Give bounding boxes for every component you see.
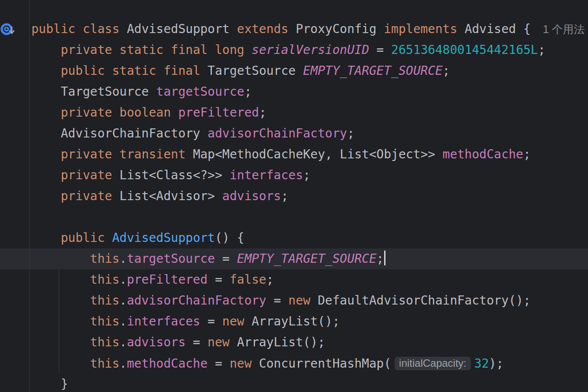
token-text: ProxyConfig — [288, 22, 384, 36]
token-field: interfaces — [127, 314, 200, 328]
token-text — [208, 43, 215, 57]
token-text: ; — [538, 43, 545, 57]
code-line[interactable]: TargetSource targetSource; — [31, 81, 585, 102]
code-line[interactable]: } — [31, 374, 585, 392]
token-text: ; — [523, 147, 531, 161]
code-line[interactable]: private transient Map<MethodCacheKey, Li… — [31, 144, 585, 165]
token-keyword: public — [61, 64, 105, 78]
token-field: targetSource — [156, 84, 244, 99]
code-line[interactable] — [31, 207, 585, 228]
token-keyword: transient — [119, 147, 186, 161]
token-text — [31, 314, 90, 328]
token-text: . — [119, 335, 127, 349]
token-text: AdvisedSupport — [119, 22, 237, 36]
token-text: = — [215, 251, 237, 266]
code-line[interactable]: this.preFiltered = false; — [31, 269, 585, 290]
token-keyword: extends — [237, 22, 288, 36]
editor-gutter[interactable] — [0, 0, 30, 392]
token-keyword: false — [230, 272, 266, 287]
token-text: ; — [266, 272, 274, 287]
token-keyword: this — [90, 356, 119, 371]
token-text: DefaultAdvisorChainFactory(); — [311, 293, 531, 308]
token-text: . — [119, 272, 127, 287]
interface-implemented-icon[interactable] — [0, 22, 16, 38]
token-keyword: static — [119, 43, 163, 57]
token-text: ; — [244, 84, 252, 99]
code-line[interactable]: this.advisors = new ArrayList(); — [31, 332, 585, 353]
token-keyword: public — [61, 231, 105, 245]
token-text: ; — [303, 168, 311, 182]
token-keyword: private — [61, 168, 112, 182]
parameter-hint-inlay[interactable]: initialCapacity: — [395, 357, 471, 370]
token-text — [112, 147, 119, 161]
token-text — [31, 168, 61, 182]
token-method-name: AdvisedSupport — [112, 231, 215, 245]
token-text: TargetSource — [200, 64, 303, 78]
token-text: ConcurrentHashMap( — [252, 356, 391, 371]
token-keyword: new — [230, 356, 252, 371]
token-text: } — [31, 377, 68, 391]
token-field: targetSource — [127, 251, 215, 266]
token-text — [171, 105, 178, 120]
token-text: TargetSource — [31, 84, 156, 99]
token-keyword: private — [61, 147, 112, 161]
token-text — [163, 43, 171, 57]
token-keyword: long — [215, 43, 244, 57]
token-field: advisorChainFactory — [208, 126, 347, 141]
token-keyword: this — [90, 314, 119, 328]
token-text: ; — [281, 189, 288, 203]
code-line[interactable]: private boolean preFiltered; — [31, 102, 585, 123]
code-line[interactable]: private List<Advisor> advisors; — [31, 186, 585, 207]
token-text: . — [119, 251, 127, 266]
code-line[interactable]: public class AdvisedSupport extends Prox… — [31, 19, 585, 40]
ide-editor-window: public class AdvisedSupport extends Prox… — [0, 0, 588, 392]
token-text: . — [119, 314, 127, 328]
code-line[interactable]: public static final TargetSource EMPTY_T… — [31, 60, 585, 81]
token-text: Map<MethodCacheKey, List<Object>> — [186, 147, 443, 161]
code-line[interactable]: this.targetSource = EMPTY_TARGET_SOURCE; — [31, 248, 585, 269]
code-line[interactable]: AdvisorChainFactory advisorChainFactory; — [31, 123, 585, 144]
code-line[interactable]: private static final long serialVersionU… — [31, 40, 585, 60]
token-field: preFiltered — [127, 272, 207, 287]
token-keyword: new — [208, 335, 230, 349]
usage-count-hint[interactable]: 1 个用法 — [543, 23, 585, 35]
token-text: ; — [259, 105, 267, 120]
token-text: ; — [376, 251, 384, 266]
code-line[interactable]: private List<Class<?>> interfaces; — [31, 165, 585, 186]
token-keyword: class — [83, 22, 119, 36]
code-line[interactable]: this.advisorChainFactory = new DefaultAd… — [31, 290, 585, 311]
token-text: . — [119, 293, 127, 308]
token-text — [112, 105, 119, 120]
token-text — [31, 293, 90, 308]
token-text — [31, 231, 61, 245]
token-text — [31, 272, 90, 287]
token-text: = — [266, 293, 288, 308]
token-keyword: this — [90, 335, 119, 349]
token-text: = — [186, 335, 208, 349]
code-line[interactable]: this.interfaces = new ArrayList(); — [31, 311, 585, 332]
code-line[interactable]: this.methodCache = new ConcurrentHashMap… — [31, 353, 585, 374]
token-number: 2651364800145442165L — [391, 43, 538, 57]
token-static-field: EMPTY_TARGET_SOURCE — [303, 64, 443, 78]
token-text — [31, 147, 61, 161]
token-keyword: this — [90, 293, 119, 308]
code-editor[interactable]: public class AdvisedSupport extends Prox… — [31, 19, 585, 392]
token-number: 32 — [474, 356, 489, 371]
code-line[interactable]: public AdvisedSupport() { — [31, 228, 585, 248]
token-keyword: private — [61, 189, 112, 203]
token-field: methodCache — [127, 356, 207, 371]
token-text: . — [119, 356, 127, 371]
token-text: ArrayList(); — [244, 314, 340, 328]
token-text: = — [369, 43, 392, 57]
token-field: advisors — [127, 335, 186, 349]
token-keyword: public — [31, 22, 75, 36]
token-static-field: serialVersionUID — [252, 43, 369, 57]
token-text — [105, 64, 112, 78]
token-field: advisors — [222, 189, 281, 203]
token-keyword: private — [61, 43, 112, 57]
token-text — [31, 251, 90, 266]
token-field: methodCache — [443, 147, 523, 161]
token-text: AdvisorChainFactory — [31, 126, 208, 141]
token-text — [31, 356, 90, 371]
token-text: = — [200, 314, 223, 328]
